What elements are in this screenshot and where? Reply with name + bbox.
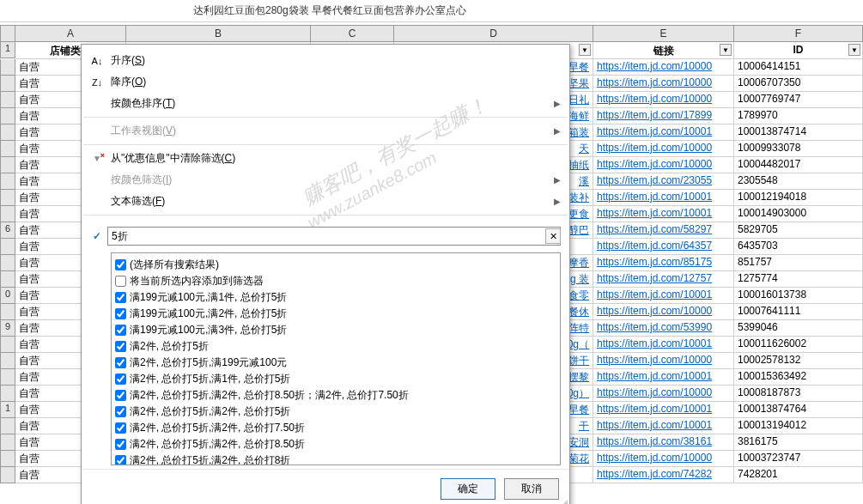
- cell-link[interactable]: https://item.jd.com/10000: [593, 76, 734, 92]
- row-header[interactable]: [0, 92, 15, 108]
- row-header[interactable]: [0, 190, 15, 206]
- cell-id[interactable]: 851757: [734, 255, 863, 271]
- cell-link[interactable]: https://item.jd.com/58297: [593, 222, 734, 239]
- row-header[interactable]: [0, 353, 15, 369]
- filter-item[interactable]: 满2件, 总价打5折,满2件, 总价打7.50折: [115, 420, 556, 436]
- cell-link[interactable]: https://item.jd.com/10001: [593, 402, 734, 418]
- row-header-1[interactable]: 1: [0, 42, 15, 58]
- filter-item[interactable]: 满2件, 总价打5折,满1件, 总价打5折: [115, 371, 556, 387]
- filter-item[interactable]: 满199元减100元,满1件, 总价打5折: [115, 289, 556, 306]
- row-header[interactable]: [0, 304, 15, 320]
- cell-link[interactable]: https://item.jd.com/38161: [593, 434, 734, 451]
- cell-id[interactable]: 10006707350: [734, 76, 863, 92]
- cell-link[interactable]: https://item.jd.com/10001: [593, 288, 734, 304]
- clear-filter[interactable]: ▼ 从"优惠信息"中清除筛选(C): [82, 148, 569, 169]
- filter-item-checkbox[interactable]: [115, 292, 126, 303]
- cell-id[interactable]: 10007769747: [734, 92, 863, 108]
- cell-link[interactable]: https://item.jd.com/10001: [593, 369, 734, 386]
- cell-link[interactable]: https://item.jd.com/12757: [593, 271, 734, 288]
- cell-link[interactable]: https://item.jd.com/64357: [593, 239, 734, 255]
- cell-id[interactable]: 10009933078: [734, 141, 863, 157]
- cell-id[interactable]: 3816175: [734, 434, 863, 451]
- row-header[interactable]: [0, 173, 15, 190]
- cell-id[interactable]: 5829705: [734, 222, 863, 239]
- row-header[interactable]: 0: [0, 288, 15, 304]
- cell-link[interactable]: https://item.jd.com/10000: [593, 141, 734, 157]
- row-header[interactable]: [0, 157, 15, 173]
- cell-id[interactable]: 100015363492: [734, 369, 863, 386]
- cell-id[interactable]: 1275774: [734, 271, 863, 288]
- cell-id[interactable]: 100014903000: [734, 206, 863, 222]
- cell-id[interactable]: 100016013738: [734, 288, 863, 304]
- text-filter[interactable]: 文本筛选(F) ▶: [82, 191, 569, 212]
- sort-by-color[interactable]: 按颜色排序(T) ▶: [82, 93, 569, 114]
- cell-id[interactable]: 100011626002: [734, 337, 863, 353]
- row-header[interactable]: [0, 467, 15, 483]
- row-header[interactable]: [0, 108, 15, 124]
- filter-item[interactable]: 满199元减100元,满2件, 总价打5折: [115, 306, 556, 322]
- filter-item[interactable]: 满2件, 总价打5折,满2件, 总价打8.50折；满2件, 总价打7.50折: [115, 387, 556, 404]
- filter-dropdown-d[interactable]: ▼: [579, 44, 591, 56]
- cell-id[interactable]: 10008187873: [734, 386, 863, 402]
- filter-item[interactable]: 满2件, 总价打5折,满199元减100元: [115, 355, 556, 371]
- row-header[interactable]: 6: [0, 222, 15, 239]
- filter-item[interactable]: 满2件, 总价打5折,满2件, 总价打8.50折: [115, 436, 556, 452]
- row-header[interactable]: [0, 59, 15, 76]
- cell-id[interactable]: 10004482017: [734, 157, 863, 173]
- filter-dropdown-f[interactable]: ▼: [848, 44, 860, 56]
- cancel-button[interactable]: 取消: [504, 478, 559, 500]
- filter-item-checkbox[interactable]: [115, 341, 126, 352]
- filter-item-checkbox[interactable]: [115, 390, 126, 401]
- filter-item-checkbox[interactable]: [115, 276, 126, 287]
- cell-id[interactable]: 6435703: [734, 239, 863, 255]
- cell-link[interactable]: https://item.jd.com/53990: [593, 320, 734, 337]
- cell-link[interactable]: https://item.jd.com/10001: [593, 206, 734, 222]
- col-header-d[interactable]: D: [394, 25, 593, 42]
- row-header[interactable]: 9: [0, 320, 15, 337]
- resize-handle-icon[interactable]: [559, 498, 568, 504]
- cell-link[interactable]: https://item.jd.com/23055: [593, 173, 734, 190]
- filter-item-checkbox[interactable]: [115, 308, 126, 319]
- select-all-corner[interactable]: [0, 25, 15, 42]
- cell-link[interactable]: https://item.jd.com/10001: [593, 190, 734, 206]
- filter-item[interactable]: 满199元减100元,满3件, 总价打5折: [115, 322, 556, 338]
- row-header[interactable]: [0, 386, 15, 402]
- filter-search-input[interactable]: [107, 227, 561, 246]
- filter-item[interactable]: 将当前所选内容添加到筛选器: [115, 273, 556, 289]
- row-header[interactable]: [0, 434, 15, 451]
- filter-dropdown-e[interactable]: ▼: [720, 44, 732, 56]
- cell-link[interactable]: https://item.jd.com/85175: [593, 255, 734, 271]
- filter-item[interactable]: (选择所有搜索结果): [115, 257, 556, 273]
- cell-link[interactable]: https://item.jd.com/10001: [593, 418, 734, 434]
- col-header-b[interactable]: B: [126, 25, 311, 42]
- cell-id[interactable]: 10002578132: [734, 353, 863, 369]
- cell-link[interactable]: https://item.jd.com/10000: [593, 304, 734, 320]
- cell-id[interactable]: 10007641111: [734, 304, 863, 320]
- cell-id[interactable]: 100013874714: [734, 124, 863, 141]
- cell-id[interactable]: 2305548: [734, 173, 863, 190]
- clear-search-icon[interactable]: ✕: [545, 228, 561, 244]
- filter-item-checkbox[interactable]: [115, 325, 126, 336]
- row-header[interactable]: [0, 141, 15, 157]
- cell-link[interactable]: https://item.jd.com/10001: [593, 337, 734, 353]
- col-header-c[interactable]: C: [311, 25, 394, 42]
- cell-id[interactable]: 5399046: [734, 320, 863, 337]
- row-header[interactable]: [0, 369, 15, 386]
- cell-link[interactable]: https://item.jd.com/10000: [593, 157, 734, 173]
- filter-item-checkbox[interactable]: [115, 455, 126, 465]
- cell-id[interactable]: 100013194012: [734, 418, 863, 434]
- row-header[interactable]: [0, 206, 15, 222]
- cell-link[interactable]: https://item.jd.com/10000: [593, 386, 734, 402]
- cell-id[interactable]: 10006414151: [734, 59, 863, 76]
- ok-button[interactable]: 确定: [441, 478, 495, 500]
- filter-item[interactable]: 满2件, 总价打5折,满2件, 总价打5折: [115, 404, 556, 420]
- row-header[interactable]: [0, 337, 15, 353]
- filter-item-checkbox[interactable]: [115, 373, 126, 385]
- cell-link[interactable]: https://item.jd.com/17899: [593, 108, 734, 124]
- row-header[interactable]: [0, 255, 15, 271]
- filter-item-checkbox[interactable]: [115, 439, 126, 450]
- row-header[interactable]: [0, 76, 15, 92]
- cell-id[interactable]: 100013874764: [734, 402, 863, 418]
- filter-item-checkbox[interactable]: [115, 357, 126, 368]
- cell-id[interactable]: 1789970: [734, 108, 863, 124]
